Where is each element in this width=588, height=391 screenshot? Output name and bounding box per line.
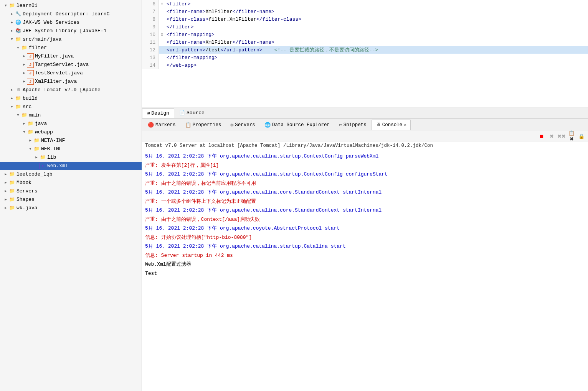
folder-icon: 📁	[27, 121, 34, 127]
line-gutter	[159, 15, 165, 23]
main-tab-markers[interactable]: 🔴Markers	[144, 120, 180, 130]
disconnect-button[interactable]: ✖	[547, 132, 556, 140]
console-log-entry: 5月 16, 2021 2:02:28 下午 org.apache.catali…	[142, 152, 588, 161]
project-icon: 📁	[8, 3, 15, 9]
code-line-10: 10 ⊟ <filter-mapping>	[142, 31, 588, 38]
sidebar-item-xmlfilter[interactable]: ▶JXmlFilter.java	[0, 77, 142, 86]
main-tab-properties[interactable]: 📋Properties	[181, 120, 226, 130]
line-number: 12	[142, 46, 159, 54]
tab-label-source: Source	[187, 110, 205, 116]
tab-icon-datasource: 🌐	[264, 122, 271, 128]
main-tab-snippets[interactable]: ✂Snippets	[335, 120, 371, 130]
sidebar-item-webinf[interactable]: ▼📁WEB-INF	[0, 145, 142, 153]
arrow-icon: ▶	[3, 171, 8, 178]
tree-item-label: Deployment Descriptor: learnC	[23, 10, 109, 18]
sidebar-item-servers[interactable]: ▶📁Servers	[0, 187, 142, 196]
tree-item-label: web.xml	[47, 162, 68, 170]
code-line-14: 14 </web-app>	[142, 61, 588, 69]
arrow-icon: ▼	[15, 44, 21, 52]
code-line-6: 6 ⊟ <filter>	[142, 0, 588, 8]
stop-button[interactable]: ⏹	[537, 132, 546, 140]
design-source-tab-bar: ⊞Design📄Source	[142, 107, 588, 119]
folder-icon: 📁	[15, 95, 21, 102]
folder-icon: 📁	[27, 129, 34, 135]
project-icon: 📁	[8, 188, 15, 194]
clear-console-button[interactable]: 📋✖	[567, 132, 576, 140]
sidebar-item-mbook[interactable]: ▶📁Mbook	[0, 179, 142, 187]
sidebar-item-jre[interactable]: ▶📚JRE System Library [JavaSE-1	[0, 27, 142, 35]
arrow-icon: ▼	[28, 145, 33, 153]
sidebar-item-targetservlet[interactable]: ▶JTargetServlet.java	[0, 61, 142, 69]
sidebar-item-myfilter[interactable]: ▶JMyFilter.java	[0, 52, 142, 61]
sidebar-item-srcmainjava[interactable]: ▼📁src/main/java	[0, 35, 142, 44]
sidebar-item-tomcat[interactable]: ▶🖥Apache Tomcat v7.0 [Apache	[0, 86, 142, 94]
arrow-icon: ▼	[3, 2, 8, 10]
sidebar-item-learn01[interactable]: ▼📁learn01	[0, 2, 142, 10]
sidebar-item-metainf[interactable]: ▶📁META-INF	[0, 136, 142, 145]
java-icon: J	[27, 70, 34, 76]
tab-label-datasource: Data Source Explorer	[272, 122, 330, 128]
sidebar-item-webxml[interactable]: xweb.xml	[0, 162, 142, 170]
project2-icon: 📁	[8, 180, 15, 186]
sidebar-item-wkjava[interactable]: ▶📁wk.java	[0, 204, 142, 212]
sidebar-item-src[interactable]: ▼📁src	[0, 103, 142, 111]
tree-item-label: src	[23, 103, 31, 111]
design-source-tab-design[interactable]: ⊞Design	[142, 108, 174, 118]
arrow-icon: ▶	[34, 154, 39, 161]
arrow-icon: ▶	[3, 179, 8, 187]
code-line-11: 11 <filter-name>XmlFilter</filter-name>	[142, 38, 588, 46]
sidebar-item-lib[interactable]: ▶📁lib	[0, 153, 142, 162]
tree-item-label: Mbook	[17, 179, 31, 187]
line-gutter: ⊟	[159, 31, 165, 38]
sidebar-item-shapes[interactable]: ▶📁Shapes	[0, 196, 142, 204]
tree-item-label: build	[23, 95, 38, 102]
sidebar-item-leetcode[interactable]: ▶📁leetcode_lqb	[0, 170, 142, 179]
sidebar-item-testservlet[interactable]: ▶JTestServlet.java	[0, 69, 142, 77]
tree-item-label: META-INF	[41, 137, 65, 145]
project-icon: 📁	[8, 197, 15, 203]
remove-all-button[interactable]: ✖✖	[557, 132, 566, 140]
arrow-icon: ▶	[9, 95, 15, 102]
main-tab-console[interactable]: 🖥Console✕	[372, 120, 411, 130]
console-output[interactable]: 5月 16, 2021 2:02:28 下午 org.apache.catali…	[142, 150, 588, 391]
console-log-entry: 信息: 开始协议处理句柄["http-bio-8080"]	[142, 233, 588, 242]
tab-icon-design: ⊞	[147, 110, 150, 116]
line-number: 7	[142, 8, 159, 15]
sidebar-item-java2[interactable]: ▶📁java	[0, 120, 142, 128]
console-log-entry: Test	[142, 269, 588, 278]
sidebar-item-jaxws[interactable]: ▶🌐JAX-WS Web Services	[0, 18, 142, 27]
sidebar-item-webapp[interactable]: ▼📁webapp	[0, 128, 142, 136]
tab-icon-markers: 🔴	[148, 122, 154, 128]
tree-item-label: filter	[29, 44, 47, 52]
arrow-icon: ▶	[3, 187, 8, 195]
line-number: 13	[142, 54, 159, 61]
jax-icon: 🌐	[15, 20, 21, 26]
tab-icon-source: 📄	[179, 110, 185, 116]
tab-close-console[interactable]: ✕	[404, 122, 406, 127]
tree-item-label: learn01	[17, 2, 38, 10]
design-source-tab-source[interactable]: 📄Source	[174, 108, 210, 118]
tab-icon-properties: 📋	[185, 122, 191, 128]
main-tab-datasource[interactable]: 🌐Data Source Explorer	[260, 120, 334, 130]
arrow-icon: ▶	[21, 69, 27, 77]
sidebar-item-build[interactable]: ▶📁build	[0, 94, 142, 103]
java-icon: J	[27, 62, 34, 68]
main-tab-servers[interactable]: ⚙Servers	[226, 120, 259, 130]
lock-scroll-button[interactable]: 🔒	[577, 132, 586, 140]
sidebar-item-main[interactable]: ▼📁main	[0, 111, 142, 120]
tab-icon-snippets: ✂	[339, 122, 342, 128]
sidebar-item-deployment[interactable]: ▶🔧Deployment Descriptor: learnC	[0, 10, 142, 18]
line-gutter	[159, 46, 165, 54]
folder-icon: 📁	[21, 45, 28, 51]
tree-item-label: webapp	[35, 128, 53, 136]
line-gutter	[159, 8, 165, 15]
tree-item-label: leetcode_lqb	[17, 171, 53, 178]
java-icon: J	[27, 79, 34, 85]
line-content: <filter-name>XmlFilter</filter-name>	[165, 8, 588, 15]
line-gutter: ⊟	[159, 0, 165, 8]
code-editor: 6 ⊟ <filter> 7 <filter-name>XmlFilter</f…	[142, 0, 588, 107]
file-explorer: ▼📁learn01▶🔧Deployment Descriptor: learnC…	[0, 0, 142, 391]
arrow-icon: ▶	[28, 137, 33, 145]
line-gutter	[159, 54, 165, 61]
sidebar-item-filter[interactable]: ▼📁filter	[0, 44, 142, 52]
